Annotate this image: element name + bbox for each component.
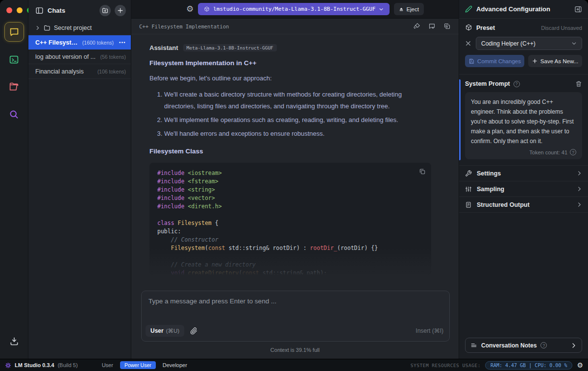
sampling-section-row[interactable]: Sampling xyxy=(459,181,588,197)
list-item: We'll create a basic directory structure… xyxy=(164,89,431,112)
plus-icon xyxy=(532,58,538,64)
app-build: (Build 5) xyxy=(58,362,78,368)
chat-more-options-icon[interactable]: ••• xyxy=(119,40,126,45)
close-window-button[interactable] xyxy=(6,7,12,13)
collapse-panel-button[interactable] xyxy=(574,5,582,13)
help-icon[interactable]: ? xyxy=(514,81,520,87)
new-folder-button[interactable] xyxy=(99,5,111,16)
message-paragraph: Before we begin, let's outline our appro… xyxy=(149,74,431,82)
settings-gear-icon[interactable]: ⚙ xyxy=(577,362,583,369)
code-line: #include <iostream> xyxy=(157,169,423,177)
code-line xyxy=(157,211,423,219)
chat-item-label: log about version of ... xyxy=(35,53,97,60)
role-toggle-shortcut: (⌘U) xyxy=(166,327,179,334)
download-icon xyxy=(9,336,19,346)
chats-sidebar: Chats Secret project C++ Filesyste...(16… xyxy=(28,0,131,359)
nav-discover-button[interactable] xyxy=(4,104,24,124)
nav-my-models-button[interactable] xyxy=(4,77,24,97)
new-chat-button[interactable] xyxy=(115,5,126,16)
model-cube-icon xyxy=(204,6,210,12)
attach-file-button[interactable] xyxy=(190,327,197,335)
panel-title: Advanced Configuration xyxy=(476,5,570,13)
preset-cube-icon xyxy=(465,24,472,31)
system-prompt-label: System Prompt xyxy=(465,80,510,87)
model-topbar: ⚙ lmstudio-community/Meta-Llama-3.1-8B-I… xyxy=(131,0,459,19)
wrench-icon xyxy=(465,170,472,177)
role-toggle-button[interactable]: User (⌘U) xyxy=(146,325,184,337)
eject-model-button[interactable]: Eject xyxy=(394,3,424,15)
code-line xyxy=(157,252,423,261)
user-mode-switch: User Power User Developer xyxy=(102,361,187,369)
save-icon xyxy=(468,58,474,64)
resources-usage-value[interactable]: RAM: 4.47 GB | CPU: 0.00 % xyxy=(485,361,573,370)
chevron-right-icon xyxy=(571,343,577,348)
chat-list-item[interactable]: C++ Filesyste...(1600 tokens)••• xyxy=(28,35,131,49)
code-line: Filesystem(const std::string& rootDir) :… xyxy=(157,244,423,252)
mode-user[interactable]: User xyxy=(102,362,113,368)
system-prompt-text: You are an incredibly good C++ engineer.… xyxy=(471,97,576,146)
lm-studio-logo xyxy=(5,362,11,369)
structured-output-section-row[interactable]: Structured Output xyxy=(459,197,588,213)
sidebar-title: Chats xyxy=(48,7,96,14)
preset-section: Preset Discard Unsaved Coding Helper (C+… xyxy=(459,19,588,74)
plus-icon xyxy=(117,7,123,14)
clear-conversation-icon[interactable] xyxy=(428,23,436,30)
clear-preset-icon[interactable] xyxy=(465,40,471,47)
folder-row-secret-project[interactable]: Secret project xyxy=(28,21,131,35)
messages-viewport[interactable]: Assistant Meta-Llama-3.1-8B-Instruct-GGU… xyxy=(131,34,459,287)
code-line: class Filesystem { xyxy=(157,219,423,227)
minimize-window-button[interactable] xyxy=(17,7,23,13)
sidebar-toggle-icon[interactable] xyxy=(35,6,44,15)
chat-item-label: C++ Filesyste... xyxy=(35,39,79,46)
code-line: void createDirectory(const std::string& … xyxy=(157,269,423,274)
code-content: #include <iostream>#include <fstream>#in… xyxy=(149,163,431,274)
token-count: Token count: 41 xyxy=(529,149,567,155)
system-prompt-editor[interactable]: You are an incredibly good C++ engineer.… xyxy=(465,92,582,159)
loaded-model-selector[interactable]: lmstudio-community/Meta-Llama-3.1-8B-Ins… xyxy=(198,3,390,15)
message-composer: User (⌘U) Insert (⌘I) xyxy=(141,291,450,342)
code-line: // Create a new directory xyxy=(157,261,423,269)
preset-dropdown[interactable]: Coding Helper (C++) xyxy=(476,37,582,50)
mode-power-user[interactable]: Power User xyxy=(120,361,156,369)
copy-code-button[interactable] xyxy=(419,168,426,175)
copy-icon xyxy=(419,168,426,175)
mode-developer[interactable]: Developer xyxy=(163,362,187,368)
terminal-icon xyxy=(9,54,19,65)
nav-chat-button[interactable] xyxy=(4,22,24,42)
folder-icon xyxy=(44,25,50,31)
chat-item-token-count: (106 tokens) xyxy=(98,69,126,74)
clear-system-prompt-button[interactable] xyxy=(575,80,582,87)
nav-downloads-button[interactable] xyxy=(4,331,24,351)
chats-sidebar-header: Chats xyxy=(28,0,131,21)
panel-header: Advanced Configuration xyxy=(459,0,588,19)
model-settings-gear-icon[interactable]: ⚙ xyxy=(186,5,194,13)
duplicate-chat-icon[interactable] xyxy=(443,23,451,30)
message-input[interactable] xyxy=(142,291,449,320)
chevron-right-icon xyxy=(577,202,582,207)
lm-studio-window: Chats Secret project C++ Filesyste...(16… xyxy=(0,0,588,371)
insert-button[interactable]: Insert (⌘I) xyxy=(416,327,443,334)
code-line: public: xyxy=(157,227,423,236)
settings-section-row[interactable]: Settings xyxy=(459,166,588,181)
panel-collapse-icon xyxy=(574,5,582,13)
chat-titlebar: C++ Filesystem Implementation xyxy=(131,19,459,34)
nav-developer-button[interactable] xyxy=(4,49,24,69)
assistant-model-badge: Meta-Llama-3.1-8B-Instruct-GGUF xyxy=(183,44,277,51)
status-bar: LM Studio 0.3.4 (Build 5) User Power Use… xyxy=(0,359,588,371)
pencil-icon xyxy=(465,5,472,13)
paperclip-icon xyxy=(190,327,197,335)
chat-list-item[interactable]: Financial analysis(106 tokens) xyxy=(28,64,131,79)
chevron-right-icon xyxy=(577,186,582,192)
chat-list-item[interactable]: log about version of ...(56 tokens) xyxy=(28,49,131,64)
token-help-icon[interactable]: ? xyxy=(570,149,576,155)
notes-help-icon[interactable]: ? xyxy=(540,342,547,348)
list-item: We'll implement file operations such as … xyxy=(164,114,431,126)
message-numbered-list: We'll create a basic directory structure… xyxy=(164,89,431,140)
message-heading-2: Filesystem Class xyxy=(149,148,431,155)
commit-changes-button[interactable]: Commit Changes xyxy=(465,55,524,67)
chat-title: C++ Filesystem Implementation xyxy=(139,24,413,29)
brush-cleanup-icon[interactable] xyxy=(413,23,420,30)
discard-unsaved-button[interactable]: Discard Unsaved xyxy=(541,25,582,31)
save-as-new-button[interactable]: Save As New... xyxy=(528,55,582,67)
conversation-notes-button[interactable]: Conversation Notes ? xyxy=(465,338,582,353)
